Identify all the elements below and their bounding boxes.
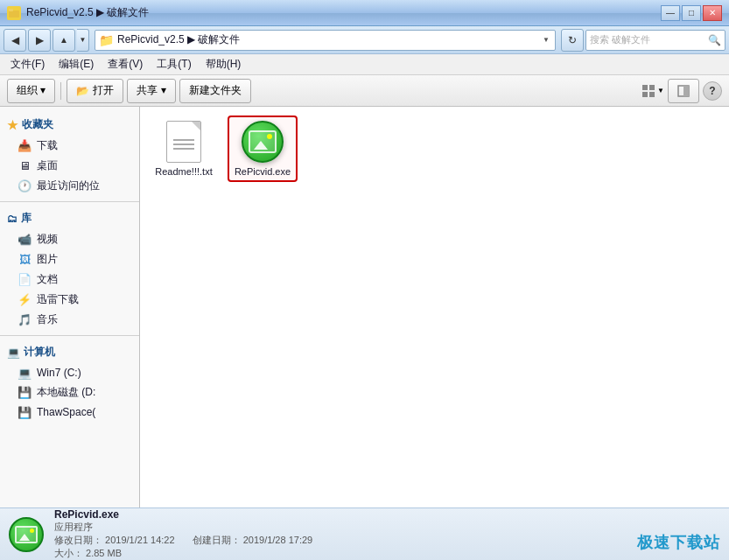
open-icon: 📂 — [76, 85, 89, 97]
view-icon — [641, 84, 655, 98]
create-label: 创建日期： — [193, 535, 241, 545]
search-bar[interactable]: 搜索 破解文件 🔍 — [585, 30, 725, 51]
svg-rect-4 — [642, 92, 648, 97]
menu-tools[interactable]: 工具(T) — [150, 55, 198, 74]
menu-help[interactable]: 帮助(H) — [199, 55, 249, 74]
main-container: ★ 收藏夹 📥 下载 🖥 桌面 🕐 最近访问的位 🗂 库 — [0, 107, 729, 508]
folder-icon — [7, 6, 21, 20]
sidebar-item-desktop[interactable]: 🖥 桌面 — [0, 156, 139, 176]
favorites-header[interactable]: ★ 收藏夹 — [0, 114, 139, 136]
title-bar: RePicvid_v2.5 ▶ 破解文件 — □ ✕ — [0, 0, 729, 26]
sidebar-item-d-drive-label: 本地磁盘 (D: — [37, 385, 95, 400]
library-icon: 🗂 — [7, 213, 18, 225]
sidebar-item-c-drive[interactable]: 💻 Win7 (C:) — [0, 363, 139, 382]
thawspace-icon: 💾 — [18, 405, 32, 419]
address-dropdown-arrow[interactable]: ▼ — [541, 36, 551, 44]
sidebar-item-download-label: 下载 — [37, 138, 58, 153]
status-bar: RePicvid.exe 应用程序 修改日期： 2019/1/21 14:22 … — [0, 508, 729, 560]
file-area: Readme!!!.txt RePicvid.exe — [140, 107, 729, 508]
exe-file-icon — [242, 121, 284, 163]
status-filename: RePicvid.exe — [54, 508, 720, 521]
title-bar-left: RePicvid_v2.5 ▶ 破解文件 — [7, 5, 149, 20]
sidebar-item-thunder[interactable]: ⚡ 迅雷下载 — [0, 290, 139, 310]
menu-bar: 文件(F) 编辑(E) 查看(V) 工具(T) 帮助(H) — [0, 54, 729, 75]
menu-edit[interactable]: 编辑(E) — [52, 55, 101, 74]
watermark: 极速下载站 — [637, 532, 720, 553]
up-button[interactable]: ▲ — [53, 29, 75, 52]
sidebar: ★ 收藏夹 📥 下载 🖥 桌面 🕐 最近访问的位 🗂 库 — [0, 107, 140, 508]
exe-sun-shape — [267, 134, 272, 139]
status-create: 创建日期： 2019/1/28 17:29 — [193, 534, 313, 547]
share-button[interactable]: 共享 ▾ — [127, 79, 175, 103]
help-button[interactable]: ? — [703, 81, 722, 101]
status-file-icon — [9, 517, 44, 552]
view-dropdown-arrow: ▼ — [657, 87, 664, 94]
sidebar-item-desktop-label: 桌面 — [37, 158, 58, 173]
computer-label: 计算机 — [24, 345, 55, 360]
status-size: 大小： 2.85 MB — [54, 547, 720, 560]
sidebar-item-video[interactable]: 📹 视频 — [0, 229, 139, 249]
open-button[interactable]: 📂 打开 — [67, 79, 123, 103]
sidebar-item-video-label: 视频 — [37, 232, 58, 247]
modify-date: 2019/1/21 14:22 — [105, 535, 175, 545]
txt-line-2 — [173, 144, 194, 145]
create-date: 2019/1/28 17:29 — [243, 535, 313, 545]
txt-file-label: Readme!!!.txt — [155, 166, 212, 177]
txt-file-icon — [163, 121, 205, 163]
favorites-section: ★ 收藏夹 📥 下载 🖥 桌面 🕐 最近访问的位 — [0, 114, 139, 196]
minimize-button[interactable]: — — [661, 5, 680, 21]
status-sun-shape — [30, 528, 34, 533]
forward-button[interactable]: ▶ — [28, 29, 51, 52]
sidebar-divider-2 — [0, 335, 139, 336]
sidebar-item-c-drive-label: Win7 (C:) — [37, 367, 81, 379]
sidebar-item-music[interactable]: 🎵 音乐 — [0, 310, 139, 330]
sidebar-item-d-drive[interactable]: 💾 本地磁盘 (D: — [0, 382, 139, 402]
nav-bar: ◀ ▶ ▲ ▼ 📁 RePicvid_v2.5 ▶ 破解文件 ▼ ↻ 搜索 破解… — [0, 26, 729, 54]
exe-icon-inner — [249, 130, 277, 153]
d-drive-icon: 💾 — [18, 386, 32, 400]
sidebar-item-recent[interactable]: 🕐 最近访问的位 — [0, 176, 139, 196]
sidebar-divider-1 — [0, 201, 139, 202]
status-details: 修改日期： 2019/1/21 14:22 创建日期： 2019/1/28 17… — [54, 534, 720, 547]
sidebar-item-thawspace-label: ThawSpace( — [37, 406, 95, 418]
video-icon: 📹 — [18, 233, 32, 247]
sidebar-item-document-label: 文档 — [37, 272, 58, 287]
thunder-icon: ⚡ — [18, 293, 32, 307]
new-folder-button[interactable]: 新建文件夹 — [179, 79, 251, 103]
preview-pane-button[interactable] — [668, 79, 699, 103]
address-bar[interactable]: 📁 RePicvid_v2.5 ▶ 破解文件 ▼ — [95, 30, 556, 51]
view-options[interactable]: ▼ — [641, 84, 664, 98]
menu-view[interactable]: 查看(V) — [101, 55, 150, 74]
svg-rect-1 — [9, 9, 13, 11]
recent-dropdown[interactable]: ▼ — [77, 29, 89, 52]
status-type: 应用程序 — [54, 521, 720, 534]
refresh-button[interactable]: ↻ — [561, 29, 584, 52]
file-item-exe[interactable]: RePicvid.exe — [228, 116, 298, 182]
library-header[interactable]: 🗂 库 — [0, 207, 139, 229]
sidebar-item-music-label: 音乐 — [37, 312, 58, 327]
title-bar-text: RePicvid_v2.5 ▶ 破解文件 — [26, 5, 149, 20]
address-path: RePicvid_v2.5 ▶ 破解文件 — [117, 32, 541, 47]
sidebar-item-thawspace[interactable]: 💾 ThawSpace( — [0, 402, 139, 422]
close-button[interactable]: ✕ — [703, 5, 722, 21]
sidebar-item-picture[interactable]: 🖼 图片 — [0, 249, 139, 270]
new-folder-label: 新建文件夹 — [189, 83, 242, 98]
back-button[interactable]: ◀ — [4, 29, 26, 52]
address-folder-icon: 📁 — [99, 33, 114, 47]
svg-rect-0 — [9, 10, 19, 18]
file-item-txt[interactable]: Readme!!!.txt — [149, 116, 219, 182]
search-icon[interactable]: 🔍 — [708, 34, 721, 46]
sidebar-item-document[interactable]: 📄 文档 — [0, 270, 139, 290]
search-placeholder: 搜索 破解文件 — [590, 33, 708, 46]
txt-icon-lines — [173, 139, 194, 150]
exe-icon-circle — [242, 121, 284, 163]
maximize-button[interactable]: □ — [682, 5, 701, 21]
exe-mountain-shape — [254, 141, 268, 150]
computer-section: 💻 计算机 💻 Win7 (C:) 💾 本地磁盘 (D: 💾 ThawSpace… — [0, 341, 139, 422]
library-label: 库 — [21, 211, 32, 226]
organize-button[interactable]: 组织 ▾ — [7, 79, 55, 103]
txt-line-1 — [173, 139, 194, 141]
menu-file[interactable]: 文件(F) — [4, 55, 52, 74]
computer-header[interactable]: 💻 计算机 — [0, 341, 139, 363]
sidebar-item-download[interactable]: 📥 下载 — [0, 136, 139, 156]
